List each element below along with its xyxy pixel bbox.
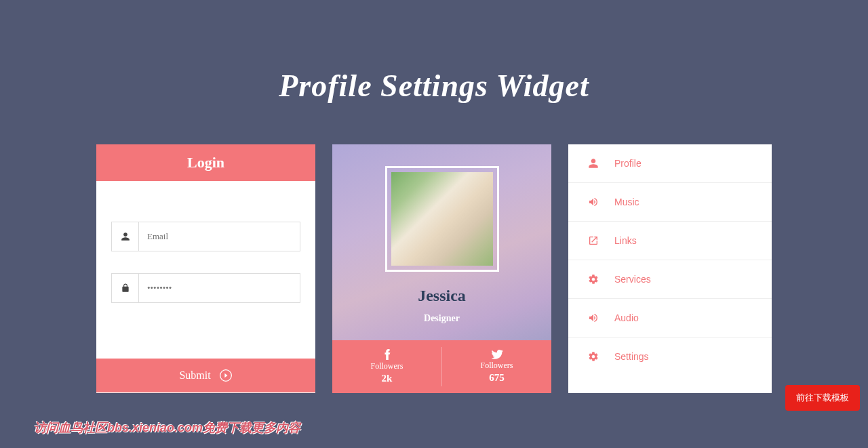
menu-card: Profile Music Links Services Audio — [568, 144, 772, 393]
submit-button[interactable]: Submit — [96, 359, 315, 392]
lock-icon — [112, 274, 139, 302]
menu-item-settings[interactable]: Settings — [568, 338, 772, 375]
fb-followers-label: Followers — [371, 361, 403, 371]
email-input-group — [111, 222, 300, 251]
avatar-frame — [385, 166, 499, 272]
download-button[interactable]: 前往下载模板 — [785, 385, 860, 411]
links-icon — [587, 235, 599, 246]
login-card: Login Submit — [96, 144, 315, 393]
email-field[interactable] — [139, 222, 300, 251]
arrow-right-icon — [219, 369, 233, 382]
password-input-group — [111, 273, 300, 303]
user-icon — [112, 222, 139, 251]
menu-label: Settings — [614, 351, 649, 362]
menu-item-audio[interactable]: Audio — [568, 299, 772, 338]
menu-label: Links — [614, 235, 637, 246]
music-icon — [587, 197, 599, 207]
menu-item-links[interactable]: Links — [568, 222, 772, 260]
menu-label: Profile — [614, 158, 642, 169]
stats-bar: Followers 2k Followers 675 — [332, 340, 551, 393]
profile-role: Designer — [424, 313, 460, 324]
menu-item-profile[interactable]: Profile — [568, 144, 772, 183]
menu-item-services[interactable]: Services — [568, 260, 772, 299]
menu-label: Music — [614, 197, 639, 207]
profile-name: Jessica — [418, 287, 466, 305]
page-title: Profile Settings Widget — [0, 68, 868, 104]
facebook-icon — [384, 349, 391, 360]
submit-label: Submit — [179, 369, 210, 382]
stat-facebook[interactable]: Followers 2k — [332, 347, 442, 386]
profile-card: Jessica Designer Followers 2k Followers … — [332, 144, 551, 393]
login-heading: Login — [96, 144, 315, 181]
twitter-icon — [491, 350, 503, 359]
password-field[interactable] — [139, 274, 300, 302]
audio-icon — [587, 312, 599, 323]
tw-followers-value: 675 — [489, 372, 505, 384]
profile-icon — [587, 158, 599, 169]
menu-item-music[interactable]: Music — [568, 183, 772, 222]
services-icon — [587, 274, 599, 285]
tw-followers-label: Followers — [481, 361, 513, 371]
avatar — [391, 172, 493, 266]
stat-twitter[interactable]: Followers 675 — [442, 340, 551, 393]
widget-row: Login Submit Jessica Designe — [0, 144, 868, 393]
menu-label: Audio — [614, 312, 639, 323]
settings-icon — [587, 351, 599, 362]
watermark-text: 访问血鸟社区bbs.xieniao.com免费下载更多内容 — [34, 420, 300, 436]
menu-label: Services — [614, 274, 651, 285]
fb-followers-value: 2k — [382, 373, 393, 384]
login-form — [96, 181, 315, 359]
